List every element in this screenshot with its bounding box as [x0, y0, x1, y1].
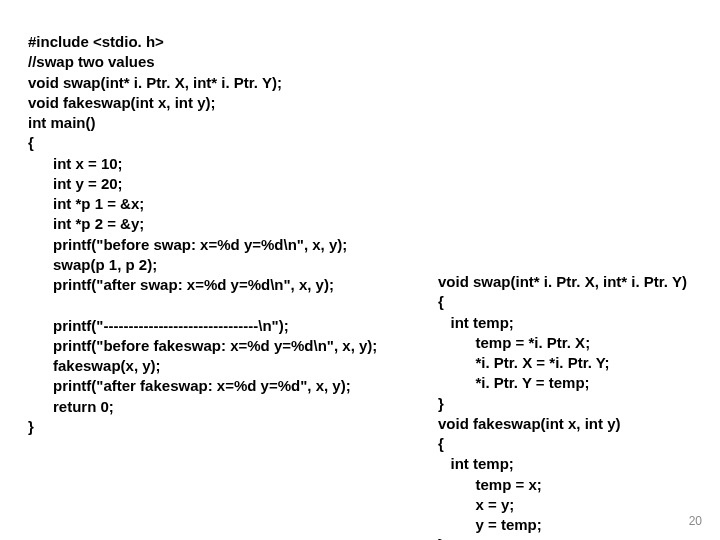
code-line: } — [438, 536, 444, 540]
code-line: void swap(int* i. Ptr. X, int* i. Ptr. Y… — [438, 273, 687, 290]
code-block-right: void swap(int* i. Ptr. X, int* i. Ptr. Y… — [438, 272, 687, 540]
code-line: temp = *i. Ptr. X; — [438, 334, 590, 351]
code-line: { — [28, 134, 34, 151]
code-line: } — [28, 418, 34, 435]
page-number: 20 — [689, 514, 702, 528]
code-line: *i. Ptr. X = *i. Ptr. Y; — [438, 354, 610, 371]
code-line: //swap two values — [28, 53, 155, 70]
code-line: printf("before fakeswap: x=%d y=%d\n", x… — [28, 337, 377, 354]
code-line: printf("before swap: x=%d y=%d\n", x, y)… — [28, 236, 347, 253]
code-line: { — [438, 293, 444, 310]
code-line: int main() — [28, 114, 96, 131]
code-line: int y = 20; — [28, 175, 123, 192]
code-line: return 0; — [28, 398, 114, 415]
code-line: printf("-------------------------------\… — [28, 317, 289, 334]
code-line: #include <stdio. h> — [28, 33, 164, 50]
code-line: int *p 2 = &y; — [28, 215, 144, 232]
code-line: printf("after fakeswap: x=%d y=%d", x, y… — [28, 377, 351, 394]
code-line: *i. Ptr. Y = temp; — [438, 374, 590, 391]
code-line: printf("after swap: x=%d y=%d\n", x, y); — [28, 276, 334, 293]
code-line: x = y; — [438, 496, 514, 513]
slide: #include <stdio. h> //swap two values vo… — [0, 0, 720, 540]
code-line: void fakeswap(int x, int y) — [438, 415, 621, 432]
code-block-left: #include <stdio. h> //swap two values vo… — [28, 32, 377, 437]
code-line: void fakeswap(int x, int y); — [28, 94, 216, 111]
code-line: y = temp; — [438, 516, 542, 533]
code-line: fakeswap(x, y); — [28, 357, 161, 374]
code-line: int *p 1 = &x; — [28, 195, 144, 212]
code-line: int x = 10; — [28, 155, 123, 172]
code-line: } — [438, 395, 444, 412]
code-line: swap(p 1, p 2); — [28, 256, 157, 273]
code-line: int temp; — [438, 455, 514, 472]
code-line: temp = x; — [438, 476, 542, 493]
code-line: int temp; — [438, 314, 514, 331]
code-line: { — [438, 435, 444, 452]
code-line: void swap(int* i. Ptr. X, int* i. Ptr. Y… — [28, 74, 282, 91]
